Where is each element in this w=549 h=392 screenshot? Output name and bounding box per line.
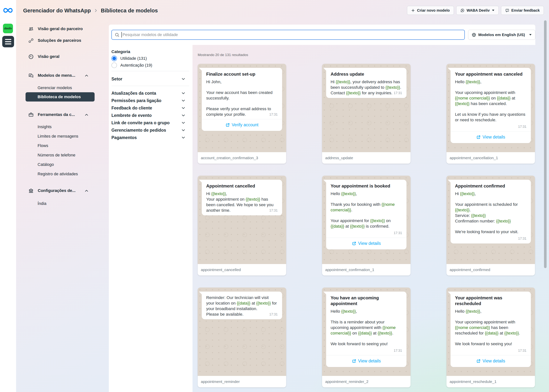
sidebar-item-label: Flows <box>38 143 48 148</box>
action-label: View details <box>358 241 381 246</box>
template-body: Hi John,Your new account has been create… <box>206 79 278 117</box>
template-variable: {{nome comercial}} <box>331 202 395 212</box>
create-template-button[interactable]: Criar novo modelo <box>407 6 454 15</box>
menu-toggle-button[interactable] <box>2 36 14 47</box>
bubble-tail <box>448 292 451 294</box>
vertical-scrollbar[interactable] <box>544 20 547 268</box>
filter-group-account-updates[interactable]: Atualizações da conta <box>111 91 189 96</box>
template-title: Your appointment is booked <box>331 183 402 189</box>
sidebar-item-label: Insights <box>38 125 52 129</box>
template-card[interactable]: Your appointment was canceled Hello {{te… <box>447 64 535 164</box>
sidebar-item-partner-solutions[interactable]: Soluções de parceiros <box>16 37 105 44</box>
category-option-utilidade[interactable]: Utilidade (131) <box>111 56 189 61</box>
plus-icon <box>411 8 415 12</box>
template-card[interactable]: Appointment cancelled Hi {{texto}},Your … <box>198 176 286 275</box>
sidebar-section-message-templates[interactable]: Modelos de mens... <box>16 72 105 79</box>
template-name: appointment_confirmed <box>450 267 490 272</box>
template-name: appointment_reschedule_1 <box>450 379 496 384</box>
external-link-icon <box>352 359 356 363</box>
sidebar-item-label: Índia <box>38 201 46 206</box>
template-action-button[interactable]: View details <box>326 238 406 249</box>
filter-group-order-management[interactable]: Gerenciamento de pedidos <box>111 127 189 133</box>
sidebar-item-manage-templates[interactable]: Gerenciar modelos <box>16 84 105 91</box>
template-card[interactable]: Your appointment was rescheduled Hello {… <box>447 287 535 387</box>
external-link-icon <box>476 359 481 363</box>
chevron-down-icon <box>181 92 185 94</box>
chevron-up-icon <box>85 113 88 116</box>
template-action-button[interactable]: View details <box>326 355 406 367</box>
template-card[interactable]: You have an upcoming appointment Hello {… <box>322 287 411 387</box>
template-action-button[interactable]: View details <box>450 131 531 143</box>
whatsapp-wallpaper: Your appointment was rescheduled Hello {… <box>447 287 535 376</box>
chevron-down-icon <box>181 136 185 139</box>
template-name: address_update <box>325 156 353 160</box>
template-card[interactable]: Address update Hi {{texto}}, your delive… <box>322 64 411 164</box>
filter-label: Link de convite para o grupo <box>111 120 170 125</box>
sidebar-item-flows[interactable]: Flows <box>16 142 105 149</box>
sidebar-item-phone-numbers[interactable]: Números de telefone <box>16 152 105 158</box>
filter-group-payments[interactable]: Pagamentos <box>111 135 189 140</box>
sidebar-item-overview[interactable]: Visão geral <box>16 53 105 60</box>
message-bubble: Finalize account set-up Hi John,Your new… <box>202 68 282 131</box>
action-label: View details <box>358 358 381 364</box>
filter-group-customer-feedback[interactable]: Feedback do cliente <box>111 105 189 111</box>
business-avatar[interactable]: deeliv <box>3 24 13 33</box>
sidebar-section-settings[interactable]: Configurações de... <box>16 187 105 194</box>
send-feedback-button[interactable]: Enviar feedback <box>501 6 544 15</box>
template-card[interactable]: Finalize account set-up Hi John,Your new… <box>198 64 286 164</box>
language-selector-label: Modelos em English (US) <box>478 33 525 37</box>
search-input[interactable] <box>111 30 465 40</box>
link-icon <box>28 38 34 43</box>
whatsapp-wallpaper: Your appointment was canceled Hello {{te… <box>447 64 535 152</box>
template-card[interactable]: Your appointment is booked Hello {{texto… <box>322 176 411 275</box>
message-time: 17:31 <box>331 349 402 353</box>
message-time: 17:31 <box>331 231 402 235</box>
sidebar-item-activity-log[interactable]: Registro de atividades <box>16 171 105 177</box>
template-variable: {{texto}} <box>346 91 361 95</box>
sidebar-section-account-tools[interactable]: Ferramentas da c... <box>16 111 105 118</box>
message-bubble: Your appointment was canceled Hello {{te… <box>450 68 531 143</box>
breadcrumb-app-title[interactable]: Gerenciador do WhatsApp <box>23 7 91 14</box>
filter-group-event-reminder[interactable]: Lembrete de evento <box>111 113 189 118</box>
template-card[interactable]: Reminder: Our technician will visit your… <box>198 287 286 387</box>
category-option-autenticacao[interactable]: Autenticação (19) <box>111 63 189 68</box>
filter-group-group-invite-link[interactable]: Link de convite para o grupo <box>111 120 189 126</box>
template-variable: {{texto}} <box>370 218 385 223</box>
filter-sector[interactable]: Setor <box>111 76 189 82</box>
template-variable: {{texto}} <box>385 85 400 90</box>
filter-group-call-permissions[interactable]: Permissões para ligação <box>111 98 189 103</box>
search-panel: Modelos em English (US) <box>109 25 535 45</box>
sidebar-item-partner-overview[interactable]: Visão geral do parceiro <box>16 26 105 32</box>
create-template-label: Criar novo modelo <box>417 8 450 13</box>
language-selector[interactable]: Modelos em English (US) <box>468 30 535 40</box>
template-variable: {{texto}} <box>504 331 519 336</box>
template-name: appointment_confirmation_1 <box>325 267 374 272</box>
template-variable: {{data}} <box>497 96 511 100</box>
template-footer: account_creation_confirmation_3 <box>198 152 286 164</box>
sidebar-item-catalog[interactable]: Catálogo <box>16 161 105 168</box>
sidebar-item-label: Biblioteca de modelos <box>38 94 81 99</box>
template-action-button[interactable]: Verify account <box>202 119 282 131</box>
radio-label: Autenticação (19) <box>120 63 152 68</box>
template-action-button[interactable]: View details <box>450 355 531 367</box>
template-variable: {{texto}} <box>471 213 486 218</box>
sidebar-item-label: Gerenciar modelos <box>38 85 72 90</box>
template-variable: {{texto}} <box>341 309 356 314</box>
sidebar-item-message-limits[interactable]: Limites de mensagens <box>16 133 105 140</box>
bubble-tail <box>199 68 202 71</box>
template-card[interactable]: Appointment confirmed Hi {{texto}},Your … <box>447 176 535 275</box>
sidebar-item-label: Catálogo <box>38 162 54 167</box>
template-footer: appointment_reminder <box>198 376 286 387</box>
template-name: appointment_reminder_2 <box>325 379 368 384</box>
message-bubble: Address update Hi {{texto}}, your delive… <box>326 68 406 98</box>
meta-logo-icon[interactable] <box>3 7 13 13</box>
sidebar-item-label: Soluções de parceiros <box>38 38 81 43</box>
sidebar-item-india[interactable]: Índia <box>16 200 105 207</box>
sidebar-item-template-library[interactable]: Biblioteca de modelos <box>26 92 94 102</box>
template-variable: {{texto}} <box>496 219 511 223</box>
template-title: Appointment confirmed <box>455 183 527 189</box>
waba-selector-button[interactable]: WABA Deeliv <box>456 6 499 15</box>
sidebar-item-insights[interactable]: Insights <box>16 124 105 130</box>
bubble-tail <box>323 292 326 294</box>
message-bubble: You have an upcoming appointment Hello {… <box>326 292 406 367</box>
